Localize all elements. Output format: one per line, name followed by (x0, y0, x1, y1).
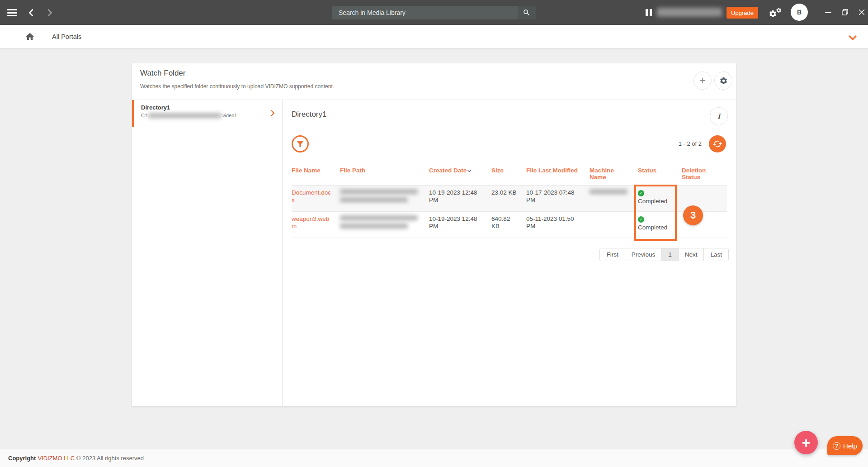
info-button[interactable]: i (710, 107, 728, 125)
top-bar: Upgrade B (0, 0, 868, 25)
refresh-button[interactable] (709, 135, 726, 152)
column-size[interactable]: Size (491, 163, 526, 186)
directory-path: C:\ video1 (141, 113, 269, 118)
file-path-blurred (340, 215, 421, 229)
filter-button[interactable] (292, 135, 309, 152)
home-button[interactable] (25, 32, 35, 42)
watched-files-table: File Name File Path Created Date Size Fi… (292, 163, 727, 238)
chevron-right-icon (269, 109, 277, 117)
chevron-right-icon (45, 8, 55, 18)
home-icon (25, 32, 35, 42)
annotation-step-badge: 3 (683, 205, 703, 225)
column-file-name[interactable]: File Name (292, 163, 340, 186)
file-path-blurred (340, 189, 421, 202)
status-cell: ✓Completed (638, 212, 682, 238)
directory-list: Directory1 C:\ video1 (132, 100, 283, 406)
column-created-date[interactable]: Created Date (429, 163, 491, 186)
add-fab-button[interactable]: + (794, 431, 818, 454)
pause-icon[interactable] (646, 9, 653, 16)
column-machine-name[interactable]: Machine Name (590, 163, 638, 186)
minimize-icon (824, 8, 833, 17)
question-mark-icon: ? (833, 442, 840, 450)
pagination-page-1-button[interactable]: 1 (662, 248, 679, 261)
column-file-path[interactable]: File Path (340, 163, 429, 186)
pagination-next-button[interactable]: Next (679, 248, 704, 261)
sort-caret-icon (467, 168, 472, 173)
watch-folder-header: Watch Folder Watches the specified folde… (132, 63, 736, 100)
footer: Copyright VIDIZMO LLC © 2023 All rights … (0, 449, 868, 467)
window-close-button[interactable] (857, 7, 867, 17)
pagination: First Previous 1 Next Last (599, 248, 729, 261)
user-avatar[interactable]: B (791, 4, 808, 21)
watch-folder-settings-button[interactable] (714, 71, 732, 90)
gear-icon (719, 76, 728, 85)
back-button[interactable] (26, 8, 36, 18)
search-button[interactable] (518, 6, 536, 19)
check-circle-icon: ✓ (638, 216, 644, 223)
upgrade-button[interactable]: Upgrade (726, 7, 758, 19)
page-title: Watch Folder (140, 69, 185, 78)
status-cell: ✓Completed (638, 186, 682, 212)
file-name-link[interactable]: weapon3.webm (292, 215, 329, 229)
close-icon (857, 8, 866, 17)
check-circle-icon: ✓ (638, 190, 644, 196)
directory-name: Directory1 (141, 104, 269, 111)
column-deletion-status[interactable]: Deletion Status (682, 163, 727, 186)
directory-detail-panel: Directory1 i 1 - 2 of 2 File Name File P… (283, 100, 736, 406)
table-row: weapon3.webm 10-19-2023 12:48 PM 640.82 … (292, 212, 727, 238)
forward-button[interactable] (45, 8, 55, 18)
status-label: Completed (638, 198, 674, 205)
last-modified-cell: 10-17-2023 07:48 PM (526, 186, 590, 212)
help-button[interactable]: ? Help (827, 436, 863, 455)
created-date-cell: 10-19-2023 12:48 PM (429, 212, 491, 238)
column-file-last-modified[interactable]: File Last Modified (526, 163, 590, 186)
help-label: Help (843, 442, 857, 450)
file-name-link[interactable]: Document.docx (292, 189, 331, 203)
add-watch-folder-button[interactable]: + (693, 71, 712, 90)
watch-folder-card: Watch Folder Watches the specified folde… (132, 63, 736, 406)
result-range-label: 1 - 2 of 2 (679, 140, 702, 147)
media-search-bar (332, 6, 536, 19)
expand-panel-button[interactable] (847, 32, 858, 43)
copyright-label: Copyright (8, 455, 36, 462)
pagination-last-button[interactable]: Last (704, 248, 728, 261)
chevron-left-icon (26, 8, 36, 18)
created-date-cell: 10-19-2023 12:48 PM (429, 186, 491, 212)
search-input[interactable] (332, 6, 518, 19)
status-label: Completed (638, 224, 674, 231)
app-window: Upgrade B All Portals Watch Folder Watch… (0, 0, 868, 467)
trial-status-text-blurred (657, 8, 722, 17)
size-cell: 23.02 KB (491, 186, 526, 212)
hamburger-menu-icon[interactable] (7, 9, 17, 16)
machine-name-blurred (590, 189, 627, 194)
column-status[interactable]: Status (638, 163, 682, 186)
directory-list-item[interactable]: Directory1 C:\ video1 (132, 100, 282, 127)
chevron-down-icon (847, 32, 858, 43)
window-minimize-button[interactable] (823, 7, 833, 17)
size-cell: 640.82 KB (491, 212, 526, 238)
refresh-icon (712, 139, 722, 149)
gear-small-icon (776, 7, 782, 13)
last-modified-cell: 05-11-2023 01:50 PM (526, 212, 590, 238)
breadcrumb-all-portals[interactable]: All Portals (52, 33, 81, 40)
company-link[interactable]: VIDIZMO LLC (38, 455, 75, 462)
search-icon (523, 9, 531, 17)
window-restore-button[interactable] (840, 7, 850, 17)
table-row: Document.docx 10-19-2023 12:48 PM 23.02 … (292, 186, 727, 212)
directory-path-blurred (148, 113, 222, 118)
rights-text: © 2023 All rights reserved (76, 455, 144, 462)
table-header-row: File Name File Path Created Date Size Fi… (292, 163, 727, 186)
restore-icon (841, 8, 849, 16)
pagination-first-button[interactable]: First (600, 248, 625, 261)
pagination-previous-button[interactable]: Previous (625, 248, 662, 261)
filter-icon (296, 139, 305, 148)
breadcrumb: All Portals (0, 25, 868, 49)
machine-name-cell (590, 212, 638, 238)
admin-tools-icon[interactable] (769, 7, 783, 18)
directory-title: Directory1 (292, 110, 326, 119)
page-subtitle: Watches the specified folder continuousl… (140, 83, 334, 90)
